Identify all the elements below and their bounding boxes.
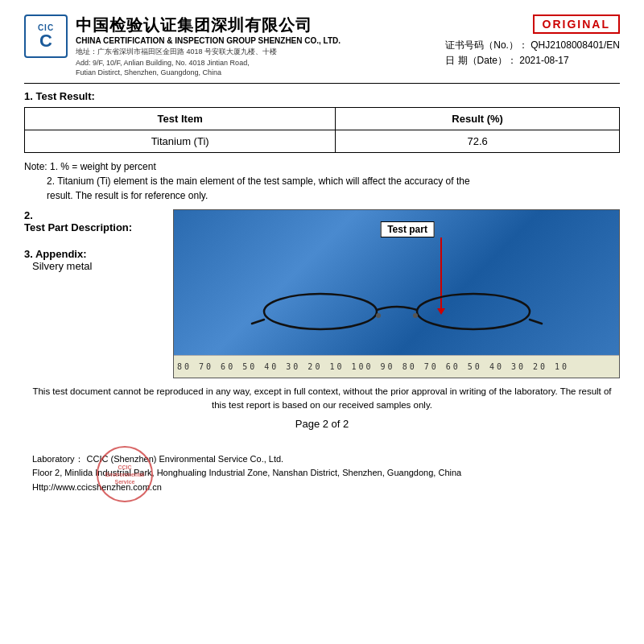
stamp-area: CCIC Environmental Service Laboratory： C…	[24, 452, 620, 495]
notes: Note: 1. % = weight by percent 2. Titani…	[24, 159, 620, 203]
footer-disclaimer: This test document cannot be reproduced …	[24, 385, 620, 413]
page: CIC C 中国检验认证集团深圳有限公司 CHINA CERTIFICATION…	[0, 0, 644, 644]
stamp-line3: Service	[105, 478, 145, 485]
svg-point-2	[376, 313, 381, 318]
section3: 3. Appendix: Silvery metal	[24, 248, 165, 272]
cell-titanium: Titanium (Ti)	[25, 130, 336, 153]
table-row: Titanium (Ti) 72.6	[25, 130, 620, 153]
section2: 2. Test Part Description: 3. Appendix: S…	[24, 209, 620, 378]
svg-point-1	[417, 294, 530, 329]
image-background: Test part	[174, 210, 619, 378]
date-label: 日 期（Date）：	[445, 55, 517, 66]
logo-c: C	[39, 32, 52, 50]
section2-number: 2.	[24, 209, 33, 221]
col-result: Result (%)	[336, 108, 620, 130]
section3-content: Silvery metal	[32, 260, 165, 272]
header-right: ORIGINAL 证书号码（No.）： QHJ2108008401/EN 日 期…	[445, 14, 620, 68]
note1: Note: 1. % = weight by percent	[24, 159, 156, 174]
cert-no-value: QHJ2108008401/EN	[530, 39, 620, 51]
logo: CIC C	[24, 14, 68, 58]
header: CIC C 中国检验认证集团深圳有限公司 CHINA CERTIFICATION…	[24, 14, 620, 76]
header-left: CIC C 中国检验认证集团深圳有限公司 CHINA CERTIFICATION…	[24, 14, 341, 76]
company-addr-en1: Add: 9/F, 10/F, Anlian Building, No. 401…	[76, 59, 341, 67]
company-info: 中国检验认证集团深圳有限公司 CHINA CERTIFICATION & INS…	[76, 14, 341, 76]
original-badge: ORIGINAL	[533, 14, 620, 34]
page-number: Page 2 of 2	[24, 418, 620, 430]
stamp-line1: CCIC	[105, 464, 145, 471]
stamp-line2: Environmental	[105, 471, 145, 478]
note1-line: Note: 1. % = weight by percent	[24, 159, 620, 174]
company-name-cn: 中国检验认证集团深圳有限公司	[76, 14, 341, 36]
stamp: CCIC Environmental Service	[97, 446, 153, 502]
date-line: 日 期（Date）： 2021-08-17	[445, 54, 620, 68]
ruler-text: 80 70 60 50 40 30 20 10 100 90 80 70 60 …	[177, 362, 569, 371]
svg-point-3	[413, 313, 418, 318]
section3-title: 3. Appendix:	[24, 248, 165, 260]
date-value: 2021-08-17	[519, 55, 568, 66]
svg-point-0	[264, 294, 377, 329]
glasses-image	[248, 279, 546, 344]
cell-result: 72.6	[336, 130, 620, 153]
note2-line: 2. Titanium (Ti) element is the main ele…	[24, 174, 620, 188]
section2-left: 2. Test Part Description: 3. Appendix: S…	[24, 209, 165, 378]
company-name-en: CHINA CERTIFICATION & INSPECTION GROUP S…	[76, 36, 341, 45]
test-part-label: Test part	[380, 221, 435, 237]
cert-no-label: 证书号码（No.）：	[445, 39, 528, 51]
cert-no-line: 证书号码（No.）： QHJ2108008401/EN	[445, 39, 620, 52]
table-header-row: Test Item Result (%)	[25, 108, 620, 130]
lab-label: Laboratory：	[32, 452, 84, 467]
header-divider	[24, 83, 620, 84]
company-addr-cn: 地址：广东省深圳市福田区金田路 4018 号安联大厦九楼、十楼	[76, 47, 341, 57]
section2-title: Test Part Description:	[24, 221, 165, 233]
company-addr-en2: Futian Distirct, Shenzhen, Guangdong, Ch…	[76, 68, 341, 76]
section2-num: 2.	[24, 209, 165, 221]
stamp-text: CCIC Environmental Service	[105, 464, 145, 485]
ruler: 80 70 60 50 40 30 20 10 100 90 80 70 60 …	[174, 355, 619, 378]
cert-info: 证书号码（No.）： QHJ2108008401/EN 日 期（Date）： 2…	[445, 37, 620, 68]
note2b-line: result. The result is for reference only…	[47, 188, 620, 203]
test-image: Test part	[173, 209, 620, 378]
note2b: result. The result is for reference only…	[47, 190, 208, 201]
section1-title: 1. Test Result:	[24, 90, 620, 102]
result-table: Test Item Result (%) Titanium (Ti) 72.6	[24, 107, 620, 153]
note2: 2. Titanium (Ti) element is the main ele…	[47, 174, 470, 188]
col-test-item: Test Item	[25, 108, 336, 130]
